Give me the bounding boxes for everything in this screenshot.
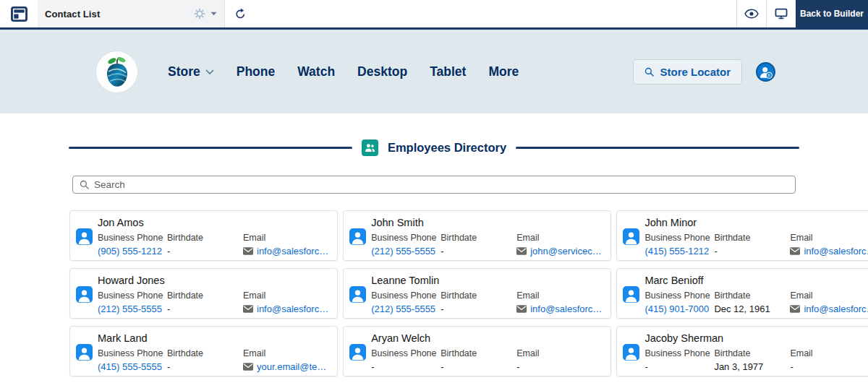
field-label-birthdate: Birthdate bbox=[714, 348, 790, 358]
person-icon bbox=[349, 228, 366, 245]
phone-link: - bbox=[644, 361, 714, 372]
preview-button[interactable] bbox=[736, 0, 766, 27]
phone-link[interactable]: (905) 555-1212 bbox=[98, 246, 167, 257]
page-title: Contact List bbox=[45, 9, 194, 20]
nav-item-more[interactable]: More bbox=[488, 64, 519, 79]
envelope-icon bbox=[243, 363, 253, 371]
email-link[interactable]: your.email@te… bbox=[243, 361, 328, 372]
email-link[interactable]: info@salesforc… bbox=[516, 304, 602, 314]
phone-link[interactable]: (212) 555-5555 bbox=[371, 304, 441, 314]
store-logo[interactable] bbox=[96, 51, 137, 92]
phone-link[interactable]: (415) 555-1212 bbox=[644, 246, 714, 257]
person-icon bbox=[76, 344, 93, 361]
field-label-birthdate: Birthdate bbox=[714, 291, 790, 301]
field-label-birthdate: Birthdate bbox=[167, 291, 243, 301]
person-icon bbox=[623, 228, 639, 245]
contact-name: Leanne Tomlin bbox=[371, 275, 602, 286]
field-label-birthdate: Birthdate bbox=[441, 233, 516, 243]
field-label-email: Email bbox=[790, 291, 868, 301]
phone-link[interactable]: (415) 555-5555 bbox=[98, 361, 167, 372]
email-link[interactable]: info@salesforc… bbox=[243, 246, 328, 257]
email-link[interactable]: info@salesforc… bbox=[790, 246, 868, 257]
builder-toolbar: Contact List bbox=[0, 0, 868, 30]
contacts-icon bbox=[362, 139, 378, 156]
person-icon bbox=[76, 228, 93, 245]
field-label-email: Email bbox=[243, 233, 328, 243]
search-icon bbox=[644, 67, 654, 77]
birthdate-value: - bbox=[167, 246, 243, 257]
store-locator-button[interactable]: Store Locator bbox=[633, 59, 742, 85]
search-icon bbox=[80, 180, 89, 189]
caret-down-icon bbox=[210, 12, 217, 16]
field-label-email: Email bbox=[790, 233, 868, 243]
header-actions: Store Locator bbox=[633, 59, 775, 85]
field-label-business-phone: Business Phone bbox=[98, 348, 167, 358]
directory-title: Employees Directory bbox=[388, 141, 506, 155]
page-settings-button[interactable] bbox=[194, 8, 217, 20]
birthdate-value: - bbox=[441, 304, 516, 314]
contact-name: Jacoby Sherman bbox=[644, 332, 868, 344]
contact-name: John Minor bbox=[644, 217, 868, 228]
nav-item-store[interactable]: Store bbox=[168, 64, 214, 79]
main-nav: Store Phone Watch Desktop Tablet More bbox=[168, 64, 519, 79]
person-icon bbox=[623, 344, 639, 361]
contact-card: Jacoby Sherman Business Phone - Birthdat… bbox=[616, 326, 868, 376]
envelope-icon bbox=[516, 247, 527, 255]
email-link: - bbox=[516, 361, 602, 372]
contact-name: Aryan Welch bbox=[371, 332, 602, 344]
field-label-business-phone: Business Phone bbox=[371, 291, 441, 301]
envelope-icon bbox=[790, 247, 800, 255]
contact-card: Mark Land Business Phone (415) 555-5555 … bbox=[69, 326, 338, 376]
field-label-business-phone: Business Phone bbox=[98, 233, 167, 243]
builder-menu-button[interactable] bbox=[0, 0, 38, 27]
field-label-birthdate: Birthdate bbox=[167, 348, 243, 358]
search-input[interactable] bbox=[94, 179, 788, 190]
field-label-business-phone: Business Phone bbox=[371, 348, 441, 358]
email-link[interactable]: john@servicec… bbox=[516, 246, 602, 257]
email-link[interactable]: info@salesforc… bbox=[790, 304, 868, 314]
phone-link[interactable]: (212) 555-5555 bbox=[98, 304, 167, 314]
field-label-business-phone: Business Phone bbox=[371, 233, 441, 243]
contact-card: Leanne Tomlin Business Phone (212) 555-5… bbox=[343, 268, 611, 319]
contact-grid: Jon Amos Business Phone (905) 555-1212 B… bbox=[69, 210, 799, 376]
birthdate-value: Jan 3, 1977 bbox=[714, 361, 790, 372]
email-link[interactable]: info@salesforc… bbox=[243, 304, 328, 314]
monitor-icon bbox=[775, 8, 788, 20]
nav-item-tablet[interactable]: Tablet bbox=[430, 64, 466, 79]
refresh-button[interactable] bbox=[224, 0, 256, 27]
field-label-email: Email bbox=[243, 348, 328, 358]
birthdate-value: - bbox=[441, 246, 516, 257]
email-link: - bbox=[790, 361, 868, 372]
field-label-birthdate: Birthdate bbox=[441, 291, 516, 301]
contact-card: John Minor Business Phone (415) 555-1212… bbox=[616, 210, 868, 261]
device-preview-button[interactable] bbox=[766, 0, 796, 27]
envelope-icon bbox=[243, 247, 253, 255]
nav-item-watch[interactable]: Watch bbox=[297, 64, 335, 79]
field-label-birthdate: Birthdate bbox=[714, 233, 790, 243]
field-label-business-phone: Business Phone bbox=[98, 291, 167, 301]
apple-logo-icon bbox=[101, 54, 133, 89]
store-locator-label: Store Locator bbox=[660, 66, 731, 78]
directory-heading: Employees Directory bbox=[69, 139, 799, 156]
user-avatar-button[interactable] bbox=[756, 62, 775, 82]
person-icon bbox=[349, 344, 366, 361]
nav-item-phone[interactable]: Phone bbox=[237, 64, 275, 79]
contact-name: Howard Jones bbox=[98, 275, 328, 286]
user-avatar-icon bbox=[758, 64, 773, 79]
phone-link[interactable]: (415) 901-7000 bbox=[644, 304, 714, 314]
contact-card: Aryan Welch Business Phone - Birthdate -… bbox=[343, 326, 611, 376]
contact-name: Mark Land bbox=[98, 332, 328, 344]
field-label-birthdate: Birthdate bbox=[167, 233, 243, 243]
contact-card: Jon Amos Business Phone (905) 555-1212 B… bbox=[69, 210, 338, 261]
toolbar-spacer bbox=[256, 0, 736, 27]
phone-link[interactable]: (212) 555-5555 bbox=[371, 246, 441, 257]
field-label-business-phone: Business Phone bbox=[644, 233, 714, 243]
field-label-email: Email bbox=[243, 291, 328, 301]
back-to-builder-button[interactable]: Back to Builder bbox=[796, 0, 868, 27]
birthdate-value: - bbox=[167, 304, 243, 314]
birthdate-value: - bbox=[714, 246, 790, 257]
contact-card: Howard Jones Business Phone (212) 555-55… bbox=[69, 268, 338, 319]
envelope-icon bbox=[516, 305, 527, 313]
nav-item-desktop[interactable]: Desktop bbox=[357, 64, 407, 79]
contact-name: John Smith bbox=[371, 217, 602, 228]
